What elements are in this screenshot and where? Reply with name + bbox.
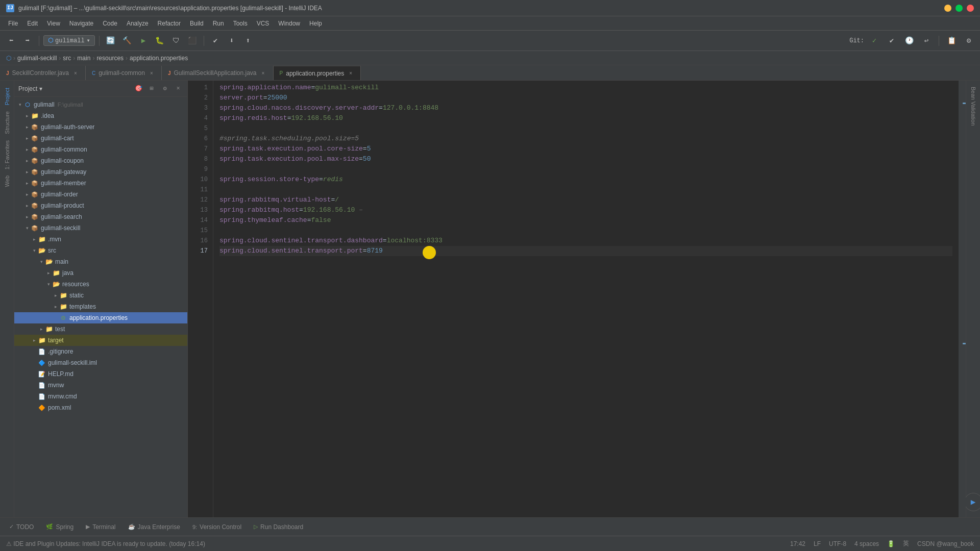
tree-item-pom[interactable]: 🔶 pom.xml [14,402,187,413]
line-num-16: 16 [188,236,208,246]
git-clock-button[interactable]: 🕐 [902,34,916,48]
build-button[interactable]: 🔨 [120,34,134,48]
run-button[interactable]: ▶ [136,34,151,48]
tab-seckill-app-close[interactable]: × [260,69,267,77]
tree-item-coupon[interactable]: 📦 gulimall-coupon [14,155,187,166]
web-panel-tab[interactable]: Web [3,172,11,190]
tab-seckill-app[interactable]: J GulimallSeckillApplication.java × [162,66,274,80]
status-line-sep[interactable]: LF [814,540,821,547]
refresh-button[interactable]: 🔄 [104,34,118,48]
tree-item-help[interactable]: 📝 HELP.md [14,368,187,380]
status-lang[interactable]: 英 [903,539,909,548]
maximize-button[interactable] [955,5,963,12]
tree-item-seckill[interactable]: 📦 gulimall-seckill [14,222,187,234]
breadcrumb-item-file[interactable]: application.properties [130,55,188,62]
tree-item-product[interactable]: 📦 gulimall-product [14,200,187,211]
tree-item-templates[interactable]: templates [14,301,187,312]
breadcrumb-item-main[interactable]: main [77,55,90,62]
menu-help[interactable]: Help [305,18,326,29]
tab-seckill-controller-close[interactable]: × [72,69,79,77]
tree-item-search[interactable]: 📦 gulimall-search [14,211,187,222]
tree-item-main[interactable]: main [14,256,187,267]
structure-panel-tab[interactable]: Structure [3,108,11,137]
tab-gulimall-common-close[interactable]: × [148,69,155,77]
tree-item-mvn[interactable]: .mvn [14,234,187,245]
tree-item-app-properties[interactable]: ⚙ application.properties [14,312,187,323]
menu-tools[interactable]: Tools [229,18,252,29]
tasks-button[interactable]: 📋 [944,34,959,48]
tree-item-src[interactable]: src [14,245,187,256]
project-panel-tab[interactable]: Project [3,85,11,108]
bottom-tab-version-control[interactable]: 9: Version Control [187,520,247,534]
close-button[interactable] [967,5,974,12]
tree-item-order[interactable]: 📦 gulimall-order [14,189,187,200]
breadcrumb-item-gulimall-seckill[interactable]: gulimall-seckill [17,55,57,62]
git-info: Git: ✓ ✔ 🕐 ↩ 📋 ⚙ [849,34,976,48]
tree-item-java[interactable]: 📁 java [14,267,187,279]
tab-application-properties[interactable]: P application.properties × [274,66,361,80]
breadcrumb-item-src[interactable]: src [63,55,71,62]
update-button[interactable]: ⬇ [225,34,239,48]
breadcrumb-item-resources[interactable]: resources [96,55,124,62]
bottom-tab-java-enterprise[interactable]: ☕ Java Enterprise [123,520,185,534]
bottom-tab-todo[interactable]: ✓ TODO [4,520,39,534]
menu-navigate[interactable]: Navigate [65,18,97,29]
bottom-tab-spring[interactable]: 🌿 Spring [41,520,79,534]
bottom-tab-terminal[interactable]: ▶ Terminal [81,520,120,534]
menu-run[interactable]: Run [209,18,228,29]
settings-button[interactable]: ⚙ [962,34,976,48]
commit-button[interactable]: ✔ [208,34,223,48]
menu-window[interactable]: Window [274,18,304,29]
tree-item-gulimall[interactable]: ⬡ gulimall F:\gulimall [14,99,187,110]
menu-build[interactable]: Build [186,18,208,29]
tree-item-static[interactable]: static [14,290,187,301]
coverage-button[interactable]: 🛡 [169,34,183,48]
tree-item-auth-server[interactable]: 📦 gulimall-auth-server [14,121,187,133]
tab-gulimall-common[interactable]: C gulimall-common × [86,66,162,80]
back-button[interactable]: ⬅ [4,34,18,48]
tab-application-properties-close[interactable]: × [347,70,354,77]
bean-validation-tab[interactable]: Bean Validation [968,83,978,130]
menu-code[interactable]: Code [99,18,121,29]
panel-expand-button[interactable]: ⊞ [146,84,157,94]
tree-item-cart[interactable]: 📦 gulimall-cart [14,133,187,144]
tree-item-iml[interactable]: 🔷 gulimall-seckill.iml [14,357,187,368]
minimize-button[interactable] [944,5,951,12]
push-button[interactable]: ⬆ [241,34,255,48]
status-indent[interactable]: 4 spaces [854,540,879,547]
tree-item-member[interactable]: 📦 gulimall-member [14,178,187,189]
menu-file[interactable]: File [4,18,22,29]
tree-item-idea[interactable]: .idea [14,110,187,121]
panel-settings-button[interactable]: ⚙ [160,84,170,94]
tree-item-mvnw-cmd[interactable]: 📄 mvnw.cmd [14,391,187,402]
tree-item-common[interactable]: 📦 gulimall-common [14,144,187,155]
tree-item-gitignore[interactable]: 📄 .gitignore [14,346,187,357]
menu-refactor[interactable]: Refactor [154,18,185,29]
panel-locate-button[interactable]: 🎯 [133,84,143,94]
bottom-tab-java-enterprise-label: Java Enterprise [138,523,180,531]
tab-seckill-controller[interactable]: J SeckillController.java × [0,66,86,80]
menu-vcs[interactable]: VCS [253,18,274,29]
git-merge-button[interactable]: ✔ [885,34,899,48]
tree-item-test[interactable]: test [14,323,187,335]
git-revert-button[interactable]: ↩ [919,34,934,48]
code-editor[interactable]: spring.application.name=gulimall-seckill… [213,81,959,517]
menu-analyze[interactable]: Analyze [122,18,153,29]
bottom-tab-run-dashboard[interactable]: ▷ Run Dashboard [249,520,308,534]
status-position[interactable]: 17:42 [790,540,805,547]
assistant-button[interactable]: ▶ [964,493,981,511]
tree-item-resources[interactable]: resources [14,279,187,290]
tree-item-gateway[interactable]: 📦 gulimall-gateway [14,166,187,178]
panel-close-button[interactable]: × [173,84,183,94]
status-encoding[interactable]: UTF-8 [829,540,846,547]
project-selector[interactable]: ⬡ gulimall ▾ [43,35,95,46]
forward-button[interactable]: ➡ [20,34,35,48]
tree-item-mvnw[interactable]: 📄 mvnw [14,380,187,391]
menu-view[interactable]: View [43,18,64,29]
menu-edit[interactable]: Edit [23,18,42,29]
stop-button[interactable]: ⬛ [185,34,200,48]
debug-button[interactable]: 🐛 [153,34,167,48]
git-check-button[interactable]: ✓ [867,34,881,48]
favorites-panel-tab[interactable]: 1: Favorites [3,137,11,172]
tree-item-target[interactable]: target [14,335,187,346]
